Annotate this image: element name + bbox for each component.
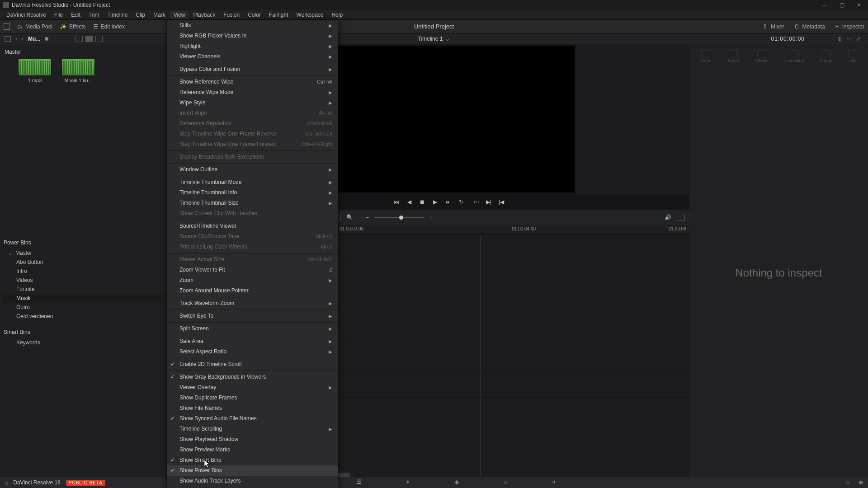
page-fairlight-icon[interactable]: ♫ [503,479,511,486]
menu-timeline[interactable]: Timeline [104,11,131,19]
power-bin-item[interactable]: Geld verdienen [2,312,165,321]
loop-icon[interactable]: ↻ [459,199,463,205]
menu-item-safe-area[interactable]: Safe Area▶ [167,336,338,347]
menu-edit[interactable]: Edit [67,11,84,19]
edit-index-button[interactable]: ☰Edit Index [93,23,125,30]
menu-fairlight[interactable]: Fairlight [265,11,292,19]
power-bins-master[interactable]: ⌄Master [2,249,165,258]
menu-item-stills[interactable]: Stills▶ [167,20,338,31]
menu-item-show-playhead-shadow[interactable]: Show Playhead Shadow [167,434,338,445]
menu-workspace[interactable]: Workspace [293,11,327,19]
menu-item-timeline-thumbnail-mode[interactable]: Timeline Thumbnail Mode▶ [167,177,338,188]
go-start-icon[interactable]: |◀ [499,199,504,205]
power-bin-item[interactable]: Outro [2,303,165,312]
menu-clip[interactable]: Clip [132,11,149,19]
timeline-name[interactable]: Timeline 1 [418,36,443,42]
menu-item-show-preview-marks[interactable]: Show Preview Marks [167,445,338,455]
menu-item-show-gray-backgrounds-in-viewers[interactable]: ✓Show Gray Backgrounds in Viewers [167,372,338,382]
menu-item-source-timeline-viewer[interactable]: Source/Timeline Viewer [167,221,338,231]
menu-item-reference-wipe-mode[interactable]: Reference Wipe Mode▶ [167,87,338,98]
metadata-button[interactable]: 🗒Metadata [794,23,825,30]
search-icon[interactable]: 🔍 [346,214,353,221]
menu-item-switch-eye-to[interactable]: Switch Eye To▶ [167,311,338,321]
menu-item-window-outline[interactable]: Window Outline▶ [167,164,338,175]
page-deliver-icon[interactable]: ✈ [552,479,560,486]
menu-davinci-resolve[interactable]: DaVinci Resolve [3,11,50,19]
clip-item[interactable]: 1.mp3 [18,59,52,83]
zoom-in-icon[interactable]: + [429,214,433,221]
menu-item-timeline-scrolling[interactable]: Timeline Scrolling▶ [167,424,338,434]
mixer-button[interactable]: 🎚Mixer [763,23,784,30]
menu-color[interactable]: Color [244,11,264,19]
close-button[interactable]: ✕ [854,2,863,8]
page-fusion-icon[interactable]: ✦ [406,479,414,486]
viewer-options-icon[interactable]: ⋯ [846,36,852,42]
maximize-button[interactable]: ▢ [837,2,846,8]
inspector-tab-image[interactable]: Image [820,50,833,63]
menu-playback[interactable]: Playback [189,11,219,19]
smart-bin-item[interactable]: Keywords [2,338,165,347]
menu-item-select-aspect-ratio[interactable]: Select Aspect Ratio▶ [167,347,338,357]
menu-item-show-smart-bins[interactable]: ✓Show Smart Bins [167,455,338,465]
clip-item[interactable]: Musik 1 ku... [61,59,95,83]
power-bin-item[interactable]: Fortnite [2,285,165,294]
menu-item-zoom-around-mouse-pointer[interactable]: Zoom Around Mouse Pointer [167,286,338,296]
audio-monitor-icon[interactable]: 🔊 [665,214,671,221]
inspector-tab-audio[interactable]: Audio [727,50,739,63]
nav-back-icon[interactable]: ‹ [15,36,17,42]
menu-item-show-reference-wipe[interactable]: Show Reference WipeCtrl+W [167,77,338,87]
project-settings-icon[interactable]: ⚙ [859,479,863,486]
inspector-tab-file[interactable]: File [848,50,857,63]
bin-tab[interactable]: Mu... [28,36,40,42]
next-clip-icon[interactable]: ⏭ [445,199,451,205]
menu-item-bypass-color-and-fusion[interactable]: Bypass Color and Fusion▶ [167,64,338,75]
minimize-button[interactable]: — [820,2,829,8]
match-frame-icon[interactable]: ▭ [474,199,479,205]
menu-view[interactable]: View [170,11,189,19]
panel-toggle-button[interactable] [4,23,10,30]
menu-item-enable-2d-timeline-scroll[interactable]: ✓Enable 2D Timeline Scroll [167,359,338,370]
menu-mark[interactable]: Mark [150,11,169,19]
inspector-button[interactable]: ✂Inspector [835,23,864,30]
inspector-tab-video[interactable]: Video [700,50,712,63]
stop-icon[interactable]: ⏹ [420,199,425,205]
timeline-options-icon[interactable] [677,214,685,221]
menu-item-timeline-thumbnail-info[interactable]: Timeline Thumbnail Info▶ [167,188,338,198]
menu-help[interactable]: Help [328,11,346,19]
zoom-out-icon[interactable]: − [366,214,369,221]
view-list-icon[interactable] [75,36,83,42]
menu-item-track-waveform-zoom[interactable]: Track Waveform Zoom▶ [167,298,338,309]
page-color-icon[interactable]: ◉ [454,479,462,486]
power-bin-item[interactable]: Intro [2,267,165,276]
menu-item-show-file-names[interactable]: Show File Names [167,403,338,413]
effects-button[interactable]: ✨Effects [60,23,85,30]
menu-item-show-power-bins[interactable]: ✓Show Power Bins [167,465,338,476]
inspector-tab-transition[interactable]: Transition [784,50,804,63]
go-end-icon[interactable]: ▶| [486,199,491,205]
timeline-dropdown-icon[interactable]: ⌄ [445,36,450,42]
timecode-display[interactable]: 01:00:00:00 [771,36,805,42]
menu-item-show-subtitle-regions[interactable]: ✓Show Subtitle Regions [167,486,338,488]
menu-item-show-rgb-picker-values-in[interactable]: Show RGB Picker Values In▶ [167,31,338,41]
play-icon[interactable]: ▶ [433,199,437,205]
menu-item-split-screen[interactable]: Split Screen▶ [167,324,338,334]
media-pool-button[interactable]: 🗂Media Pool [17,23,52,30]
inspector-tab-effects[interactable]: Effects [755,50,769,63]
view-thumb-icon[interactable] [85,36,93,42]
menu-item-viewer-overlay[interactable]: Viewer Overlay▶ [167,382,338,393]
menu-item-show-audio-track-layers[interactable]: Show Audio Track Layers [167,476,338,486]
menu-file[interactable]: File [51,11,66,19]
menu-fusion[interactable]: Fusion [220,11,243,19]
page-edit-icon[interactable]: ☰ [357,479,365,486]
power-bin-item[interactable]: Abo Button [2,258,165,267]
library-toggle-icon[interactable] [5,36,11,42]
menu-item-timeline-thumbnail-size[interactable]: Timeline Thumbnail Size▶ [167,198,338,208]
project-manager-icon[interactable]: ⌂ [846,479,849,486]
power-bin-item[interactable]: Musik [2,294,165,303]
home-icon[interactable]: ⌂ [5,479,8,486]
menu-item-highlight[interactable]: Highlight▶ [167,41,338,52]
expand-viewer-icon[interactable]: ⤢ [856,36,861,42]
menu-item-viewer-channels[interactable]: Viewer Channels▶ [167,52,338,62]
power-bin-item[interactable]: Videos [2,276,165,285]
view-menu-dropdown[interactable]: Stills▶Show RGB Picker Values In▶Highlig… [166,20,338,488]
